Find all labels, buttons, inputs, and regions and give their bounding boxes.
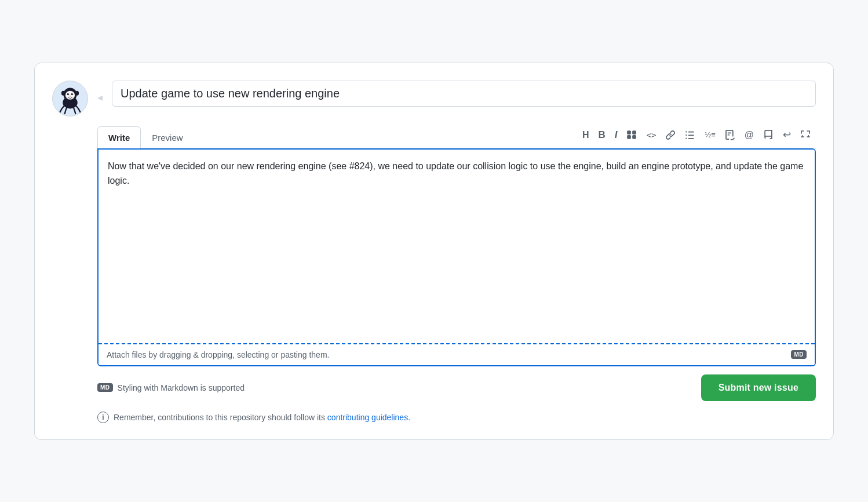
quote-icon[interactable] xyxy=(625,129,639,141)
svg-point-8 xyxy=(69,95,71,96)
svg-point-9 xyxy=(61,90,65,95)
footer-row: MD Styling with Markdown is supported Su… xyxy=(97,374,816,401)
attach-bar: Attach files by dragging & dropping, sel… xyxy=(99,344,815,365)
svg-point-4 xyxy=(67,93,69,94)
italic-icon[interactable]: I xyxy=(613,128,619,142)
preview-tab[interactable]: Preview xyxy=(141,126,194,148)
speech-caret: ◂ xyxy=(97,91,103,104)
heading-icon[interactable]: H xyxy=(581,129,591,141)
svg-point-10 xyxy=(75,90,79,95)
issue-body-textarea[interactable]: Now that we've decided on our new render… xyxy=(99,150,815,341)
unordered-list-icon[interactable] xyxy=(683,129,697,141)
task-list-icon[interactable] xyxy=(723,129,737,141)
mention-icon[interactable]: @ xyxy=(743,129,756,141)
toolbar-icons: H B I <> ½≡ @ xyxy=(581,128,816,145)
markdown-badge-attach: MD xyxy=(791,350,807,359)
code-icon[interactable]: <> xyxy=(644,129,658,141)
contributing-guidelines-link[interactable]: contributing guidelines xyxy=(327,413,408,422)
attach-text: Attach files by dragging & dropping, sel… xyxy=(107,350,329,359)
markdown-support-text: Styling with Markdown is supported xyxy=(118,383,245,392)
page-container: ◂ Write Preview H B I <> ½≡ xyxy=(34,63,834,440)
bottom-note: i Remember, contributions to this reposi… xyxy=(97,412,816,423)
reference-icon[interactable] xyxy=(761,129,775,141)
info-icon: i xyxy=(97,412,109,423)
footer-left: MD Styling with Markdown is supported xyxy=(97,383,245,392)
svg-point-5 xyxy=(71,93,73,94)
bottom-note-text: Remember, contributions to this reposito… xyxy=(114,413,410,422)
issue-title-input[interactable] xyxy=(112,81,816,107)
avatar xyxy=(52,81,88,117)
svg-point-7 xyxy=(72,93,72,94)
link-icon[interactable] xyxy=(663,129,677,141)
editor-wrapper: Now that we've decided on our new render… xyxy=(97,148,816,366)
svg-point-6 xyxy=(68,93,69,94)
top-row: ◂ xyxy=(52,81,816,117)
tabs-toolbar: Write Preview H B I <> ½≡ xyxy=(97,126,816,148)
fullscreen-icon[interactable] xyxy=(798,129,812,141)
ordered-list-icon[interactable]: ½≡ xyxy=(703,129,717,140)
markdown-badge-footer: MD xyxy=(97,383,113,392)
undo-icon[interactable]: ↩ xyxy=(781,128,793,142)
editor-area: Write Preview H B I <> ½≡ xyxy=(97,126,816,423)
submit-new-issue-button[interactable]: Submit new issue xyxy=(701,374,816,401)
write-tab[interactable]: Write xyxy=(97,126,141,148)
bottom-note-suffix: . xyxy=(408,413,410,422)
bold-icon[interactable]: B xyxy=(596,128,607,142)
bottom-note-prefix: Remember, contributions to this reposito… xyxy=(114,413,327,422)
